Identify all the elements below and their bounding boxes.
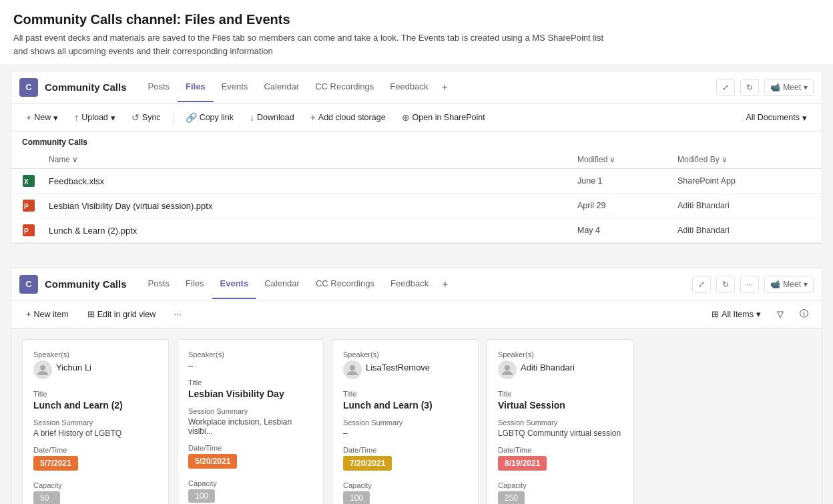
events-toolbar: + New item ⊞ Edit in grid view ··· ⊞ All… bbox=[11, 300, 822, 328]
open-sharepoint-button[interactable]: ⊕ Open in SharePoint bbox=[395, 109, 492, 126]
files-section-label: Community Calls bbox=[11, 132, 822, 151]
sync-icon: ↺ bbox=[131, 112, 140, 123]
tab-add-files[interactable]: + bbox=[436, 72, 453, 103]
expand-button-files[interactable]: ⤢ bbox=[716, 79, 735, 96]
tab-calendar-files[interactable]: Calendar bbox=[256, 72, 307, 102]
more-button-events[interactable]: ··· bbox=[740, 276, 759, 293]
col-modified-by-header[interactable]: Modified By ∨ bbox=[677, 155, 811, 164]
col-modified-header[interactable]: Modified ∨ bbox=[577, 155, 677, 164]
table-row[interactable]: P Lesbian Visibility Day (virtual sessio… bbox=[11, 194, 822, 218]
upload-chevron: ▾ bbox=[111, 113, 115, 123]
new-button[interactable]: + New ▾ bbox=[19, 109, 65, 126]
speaker-avatar-3 bbox=[343, 360, 362, 379]
file-icon-pptx-1: P bbox=[22, 199, 35, 212]
capacity-4: 250 bbox=[498, 491, 525, 504]
tab-cc-recordings-events[interactable]: CC Recordings bbox=[308, 269, 382, 299]
datetime-label-1: Date/Time bbox=[33, 446, 158, 454]
capacity-2: 100 bbox=[188, 489, 215, 503]
summary-label-2: Session Summary bbox=[188, 407, 312, 415]
datetime-label-4: Date/Time bbox=[498, 446, 622, 454]
grid-edit-button[interactable]: ⊞ Edit in grid view bbox=[81, 306, 163, 322]
file-modified-by-2: Aditi Bhandari bbox=[677, 201, 811, 210]
capacity-label-2: Capacity bbox=[188, 479, 312, 487]
tab-feedback-files[interactable]: Feedback bbox=[382, 72, 436, 102]
table-row[interactable]: X Feedback.xlsx June 1 SharePoint App bbox=[11, 169, 822, 194]
event-card-1[interactable]: Speaker(s) Yichun Li Title Lunch and Lea… bbox=[22, 339, 169, 504]
page-description: All past event decks and materials are s… bbox=[13, 31, 614, 57]
speaker-name-3: LisaTestRemove bbox=[366, 362, 430, 372]
new-item-button[interactable]: + New item bbox=[19, 306, 75, 322]
speaker-name-4: Aditi Bhandari bbox=[521, 362, 575, 372]
tab-events-events[interactable]: Events bbox=[212, 269, 257, 299]
tab-add-events[interactable]: + bbox=[437, 269, 453, 300]
summary-label-1: Session Summary bbox=[33, 419, 158, 427]
refresh-button-events[interactable]: ↻ bbox=[716, 276, 735, 293]
download-icon: ↓ bbox=[250, 112, 254, 123]
file-icon-xlsx: X bbox=[22, 174, 35, 188]
page-title: Community Calls channel: Files and Event… bbox=[13, 12, 820, 27]
date-badge-2: 5/20/2021 bbox=[188, 454, 237, 469]
event-card-2[interactable]: Speaker(s) – Title Lesbian Visibility Da… bbox=[177, 339, 324, 504]
svg-text:X: X bbox=[24, 178, 29, 186]
capacity-3: 100 bbox=[343, 491, 370, 504]
file-modified-by-3: Aditi Bhandari bbox=[677, 226, 811, 235]
card-title-1: Lunch and Learn (2) bbox=[33, 400, 158, 411]
copy-link-label: Copy link bbox=[200, 113, 234, 122]
toolbar-sep-1 bbox=[173, 111, 174, 124]
section-divider bbox=[0, 250, 833, 261]
channel-name-events: Community Calls bbox=[45, 278, 127, 290]
tab-calendar-events[interactable]: Calendar bbox=[256, 269, 308, 299]
channel-name-files: Community Calls bbox=[45, 81, 127, 93]
filter-button[interactable]: ▽ bbox=[772, 306, 789, 322]
files-teams-ui: C Community Calls Posts Files Events Cal… bbox=[11, 71, 822, 244]
all-documents-button[interactable]: All Documents ▾ bbox=[739, 109, 814, 126]
col-name-label: Name bbox=[49, 155, 70, 164]
tab-cc-recordings-files[interactable]: CC Recordings bbox=[307, 72, 382, 102]
grid-edit-label: Edit in grid view bbox=[97, 310, 156, 319]
download-button[interactable]: ↓ Download bbox=[243, 109, 301, 126]
summary-label-3: Session Summary bbox=[343, 419, 467, 427]
tab-events-files[interactable]: Events bbox=[214, 72, 256, 102]
tab-files-events[interactable]: Files bbox=[178, 269, 212, 299]
col-modified-by-sort: ∨ bbox=[722, 155, 728, 164]
refresh-button-files[interactable]: ↻ bbox=[740, 79, 759, 96]
col-modified-by-label: Modified By bbox=[677, 155, 720, 164]
col-name-sort: ∨ bbox=[72, 155, 78, 164]
add-cloud-label: Add cloud storage bbox=[318, 113, 386, 122]
card-summary-2: Workplace inclusion, Lesbian visibi... bbox=[188, 417, 312, 436]
event-card-4[interactable]: Speaker(s) Aditi Bhandari Title Virtual … bbox=[487, 339, 633, 504]
grid-edit-icon: ⊞ bbox=[87, 309, 95, 319]
table-row[interactable]: P Lunch & Learn (2).pptx May 4 Aditi Bha… bbox=[11, 218, 822, 243]
tab-posts-events[interactable]: Posts bbox=[140, 269, 178, 299]
all-items-button[interactable]: ⊞ All Items ▾ bbox=[706, 306, 766, 322]
capacity-label-4: Capacity bbox=[498, 481, 622, 489]
upload-label: Upload bbox=[81, 113, 108, 122]
all-docs-label: All Documents bbox=[746, 113, 800, 122]
title-label-3: Title bbox=[343, 390, 467, 398]
copy-link-button[interactable]: 🔗 Copy link bbox=[179, 109, 240, 126]
info-button[interactable]: ⓘ bbox=[794, 306, 814, 322]
col-name-header[interactable]: Name ∨ bbox=[49, 155, 577, 164]
more-icon-events: ··· bbox=[746, 280, 753, 289]
speaker-avatar-1 bbox=[33, 360, 52, 379]
sync-button[interactable]: ↺ Sync bbox=[125, 109, 168, 126]
file-modified-1: June 1 bbox=[577, 176, 677, 186]
expand-button-events[interactable]: ⤢ bbox=[692, 276, 711, 293]
tab-posts-files[interactable]: Posts bbox=[140, 72, 178, 102]
tab-feedback-events[interactable]: Feedback bbox=[382, 269, 437, 299]
tab-files-files[interactable]: Files bbox=[178, 72, 214, 102]
meet-button-events[interactable]: 📹 Meet ▾ bbox=[764, 276, 814, 293]
refresh-icon-events: ↻ bbox=[722, 280, 729, 289]
all-items-icon: ⊞ bbox=[712, 309, 719, 319]
file-name-2: Lesbian Visibility Day (virtual session)… bbox=[49, 201, 577, 211]
upload-button[interactable]: ↑ Upload ▾ bbox=[67, 109, 122, 126]
speaker-label-2: Speaker(s) bbox=[188, 350, 312, 358]
meet-button-files[interactable]: 📹 Meet ▾ bbox=[764, 79, 814, 96]
add-cloud-button[interactable]: + Add cloud storage bbox=[304, 109, 392, 126]
summary-label-4: Session Summary bbox=[498, 419, 622, 427]
events-more-button[interactable]: ··· bbox=[168, 306, 188, 322]
event-card-3[interactable]: Speaker(s) LisaTestRemove Title Lunch an… bbox=[332, 339, 479, 504]
info-icon: ⓘ bbox=[800, 308, 808, 320]
all-items-chevron: ▾ bbox=[756, 309, 761, 319]
speaker-dash-2: – bbox=[188, 360, 312, 370]
